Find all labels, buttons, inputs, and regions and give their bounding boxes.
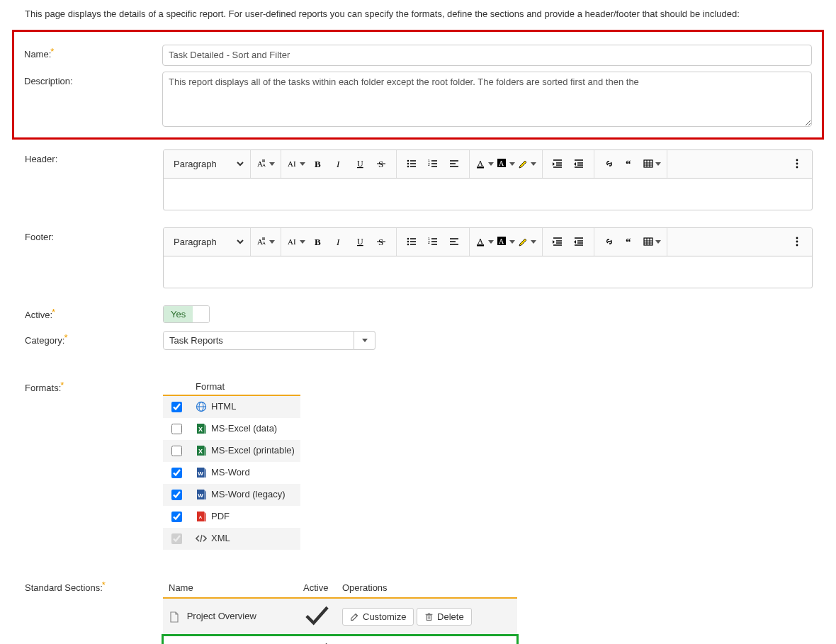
font-size-button[interactable]: AA (256, 232, 276, 252)
svg-text:B: B (315, 159, 321, 169)
more-button[interactable] (787, 232, 807, 252)
chevron-down-icon (531, 162, 536, 166)
background-color-button[interactable]: A (496, 154, 516, 174)
active-toggle[interactable]: Yes (163, 305, 210, 323)
chevron-down-icon (269, 240, 275, 244)
globe-icon (196, 401, 207, 412)
bold-button[interactable]: B (307, 154, 327, 174)
paragraph-select[interactable]: Paragraph (168, 157, 246, 171)
page-intro: This page displays the details of a spec… (25, 7, 811, 21)
svg-text:X: X (198, 448, 203, 455)
format-row: APDF (163, 506, 300, 528)
svg-text:I: I (336, 237, 340, 247)
format-row: XMS-Excel (printable) (163, 440, 300, 462)
font-size-button[interactable]: AA (256, 154, 276, 174)
svg-text:U: U (357, 159, 363, 169)
svg-text:A: A (478, 159, 483, 167)
svg-rect-26 (477, 166, 484, 169)
header-editor-body[interactable] (164, 179, 812, 210)
italic-button[interactable]: I (329, 154, 349, 174)
format-checkbox[interactable] (171, 424, 182, 434)
format-label: XML (211, 533, 230, 543)
category-value: Task Reports (163, 331, 354, 350)
svg-rect-84 (644, 238, 653, 245)
change-case-button[interactable]: AI (286, 232, 306, 252)
blockquote-button[interactable]: “ (621, 154, 640, 174)
underline-button[interactable]: U (350, 232, 370, 252)
bullet-list-button[interactable] (402, 232, 422, 252)
numbered-list-button[interactable]: 12 (423, 154, 443, 174)
format-row: WMS-Word (163, 462, 300, 484)
section-row: Task DetailsCustomize Delete (163, 635, 517, 645)
increase-indent-button[interactable] (548, 232, 567, 252)
category-select[interactable]: Task Reports (163, 331, 375, 350)
table-button[interactable] (642, 232, 662, 252)
more-button[interactable] (787, 154, 807, 174)
svg-point-90 (796, 241, 798, 243)
svg-point-43 (796, 159, 798, 162)
svg-point-45 (796, 166, 798, 169)
font-color-button[interactable]: A (475, 154, 495, 174)
link-button[interactable] (599, 232, 619, 252)
header-toolbar: ParagraphAAAIBIUS12AA“ (164, 150, 812, 179)
svg-text:2: 2 (428, 240, 430, 244)
format-label: MS-Word (legacy) (211, 489, 286, 499)
format-label: HTML (211, 401, 236, 412)
strikethrough-button[interactable]: S (371, 154, 391, 174)
format-checkbox[interactable] (171, 468, 182, 478)
svg-point-11 (407, 160, 409, 162)
decrease-indent-button[interactable] (569, 232, 589, 252)
highlight-button[interactable] (517, 232, 537, 252)
blockquote-button[interactable]: “ (621, 232, 640, 252)
decrease-indent-button[interactable] (569, 154, 589, 174)
name-input[interactable] (162, 45, 812, 66)
file-icon (169, 611, 180, 623)
increase-indent-button[interactable] (548, 154, 567, 174)
svg-text:A: A (288, 159, 293, 168)
background-color-button[interactable]: A (496, 232, 516, 252)
footer-editor-body[interactable] (164, 256, 812, 288)
align-button[interactable] (444, 154, 464, 174)
bullet-list-button[interactable] (402, 154, 422, 174)
category-label: Category:* (25, 331, 163, 346)
delete-button[interactable]: Delete (417, 608, 472, 626)
code-icon (196, 533, 207, 544)
chevron-down-icon (509, 162, 515, 166)
svg-rect-107 (427, 615, 431, 620)
category-dropdown-button[interactable] (354, 331, 375, 350)
paragraph-select[interactable]: Paragraph (168, 235, 246, 249)
format-row: HTML (163, 395, 300, 418)
format-checkbox[interactable] (171, 402, 182, 412)
link-button[interactable] (599, 154, 619, 174)
align-button[interactable] (444, 232, 464, 252)
format-row: XML (163, 528, 300, 550)
change-case-button[interactable]: AI (286, 154, 306, 174)
chevron-down-icon (362, 339, 368, 342)
font-color-button[interactable]: A (475, 232, 495, 252)
customize-button[interactable]: Customize (342, 608, 414, 626)
excel-icon: X (196, 445, 207, 456)
strikethrough-button[interactable]: S (371, 232, 391, 252)
format-checkbox[interactable] (171, 490, 182, 500)
svg-text:A: A (262, 162, 266, 168)
active-toggle-yes: Yes (164, 306, 193, 322)
italic-button[interactable]: I (329, 232, 349, 252)
format-checkbox[interactable] (171, 446, 182, 456)
table-button[interactable] (642, 154, 662, 174)
bold-button[interactable]: B (307, 232, 327, 252)
svg-point-12 (407, 163, 409, 165)
word-icon: W (196, 489, 207, 500)
svg-rect-38 (644, 160, 653, 167)
numbered-list-button[interactable]: 12 (423, 232, 443, 252)
chevron-down-icon (655, 162, 661, 166)
svg-text:W: W (198, 492, 203, 499)
format-row: XMS-Excel (data) (163, 418, 300, 440)
svg-text:B: B (315, 237, 321, 247)
svg-text:X: X (198, 426, 203, 433)
description-label: Description: (24, 72, 162, 86)
chevron-down-icon (488, 240, 494, 244)
format-checkbox[interactable] (171, 512, 182, 522)
description-textarea[interactable]: This report displays all of the tasks wi… (162, 72, 812, 127)
highlight-button[interactable] (517, 154, 537, 174)
underline-button[interactable]: U (350, 154, 370, 174)
